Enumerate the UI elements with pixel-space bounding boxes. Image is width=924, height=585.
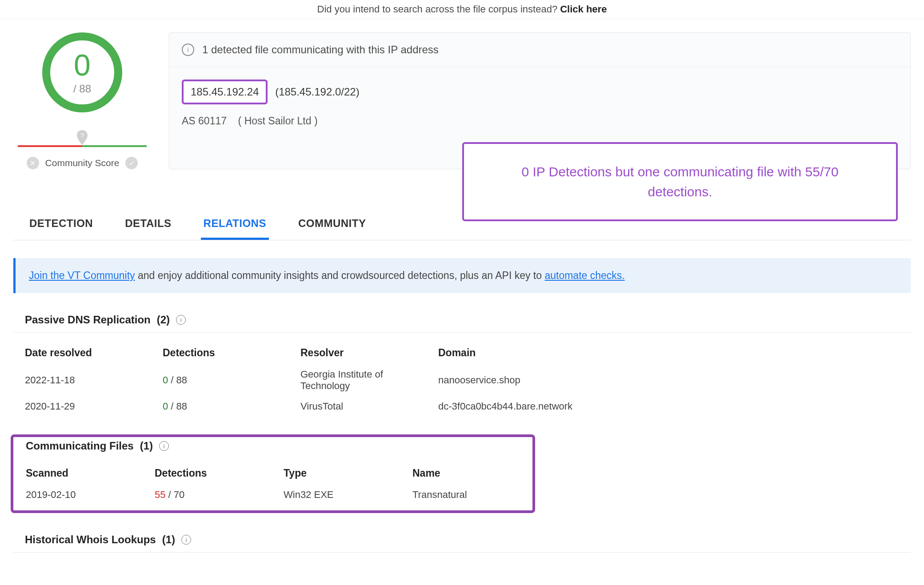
- comm-det-den: / 70: [165, 489, 184, 500]
- ip-asn: AS 60117: [182, 115, 227, 127]
- dns-h-domain: Domain: [438, 347, 911, 359]
- community-marker-icon: ?: [76, 130, 89, 146]
- top-banner: Did you intend to search across the file…: [0, 0, 924, 19]
- comm-files-section-title: Communicating Files (1) i: [13, 440, 532, 458]
- info-icon: i: [182, 44, 194, 56]
- tab-relations[interactable]: RELATIONS: [201, 209, 269, 240]
- dns-det-num: 0: [163, 401, 168, 412]
- info-alert-text: 1 detected file communicating with this …: [202, 44, 439, 56]
- communicating-files-highlight: Communicating Files (1) i Scanned Detect…: [11, 434, 535, 513]
- comm-h-type: Type: [284, 467, 412, 479]
- dns-h-date: Date resolved: [25, 347, 163, 359]
- automate-checks-link[interactable]: automate checks.: [544, 270, 624, 281]
- score-column: 0 / 88 ? ✕ Community Score ✓: [13, 32, 151, 169]
- score-circle: 0 / 88: [42, 32, 122, 112]
- info-alert: i 1 detected file communicating with thi…: [169, 33, 910, 67]
- promo-banner: Join the VT Community and enjoy addition…: [13, 258, 911, 293]
- comm-name: Transnatural: [412, 489, 541, 501]
- comm-count: (1): [140, 440, 153, 452]
- banner-click-link[interactable]: Click here: [560, 4, 607, 15]
- comm-table: Scanned Detections Type Name 2019-02-10 …: [13, 458, 532, 504]
- ip-org: ( Host Sailor Ltd ): [238, 115, 318, 127]
- comm-det-num: 55: [155, 489, 165, 500]
- annotation-box: 0 IP Detections but one communicating fi…: [462, 142, 898, 221]
- dns-date: 2020-11-29: [25, 401, 163, 412]
- info-icon[interactable]: i: [159, 441, 169, 451]
- dns-count: (2): [157, 314, 170, 326]
- join-community-link[interactable]: Join the VT Community: [29, 270, 135, 281]
- dns-h-det: Detections: [163, 347, 300, 359]
- dns-resolver: Georgia Institute of Technology: [300, 369, 416, 392]
- comm-scanned: 2019-02-10: [26, 489, 155, 501]
- ip-address-highlight: 185.45.192.24: [182, 80, 268, 104]
- score-numerator: 0: [74, 50, 91, 80]
- dns-table: Date resolved Detections Resolver Domain…: [13, 333, 911, 417]
- dns-row[interactable]: 2020-11-29 0 / 88 VirusTotal dc-3f0ca0bc…: [25, 396, 911, 417]
- info-icon[interactable]: i: [176, 315, 186, 325]
- banner-text: Did you intend to search across the file…: [317, 4, 560, 15]
- community-score-row: ✕ Community Score ✓: [13, 157, 151, 169]
- check-icon[interactable]: ✓: [125, 157, 138, 169]
- tab-details[interactable]: DETAILS: [122, 209, 174, 240]
- whois-title: Historical Whois Lookups: [25, 533, 156, 546]
- dns-title: Passive DNS Replication: [25, 314, 151, 326]
- dns-h-resolver: Resolver: [300, 347, 438, 359]
- comm-table-header: Scanned Detections Type Name: [26, 461, 532, 486]
- comm-title: Communicating Files: [26, 440, 134, 452]
- ip-block: 185.45.192.24 (185.45.192.0/22) AS 60117…: [169, 67, 910, 127]
- whois-count: (1): [162, 533, 175, 546]
- promo-middle: and enjoy additional community insights …: [135, 270, 545, 281]
- dns-domain: dc-3f0ca0bc4b44.bare.network: [438, 401, 911, 412]
- tab-detection[interactable]: DETECTION: [27, 209, 96, 240]
- comm-h-name: Name: [412, 467, 541, 479]
- dns-date: 2022-11-18: [25, 374, 163, 386]
- comm-type: Win32 EXE: [284, 489, 412, 501]
- info-icon[interactable]: i: [181, 535, 191, 545]
- dns-row[interactable]: 2022-11-18 0 / 88 Georgia Institute of T…: [25, 364, 911, 396]
- comm-h-det: Detections: [155, 467, 284, 479]
- ip-cidr: (185.45.192.0/22): [275, 86, 359, 98]
- dns-det-den: / 88: [168, 374, 187, 386]
- dns-det-num: 0: [163, 374, 168, 386]
- community-label: Community Score: [45, 158, 120, 168]
- whois-section-title: Historical Whois Lookups (1) i: [13, 533, 911, 553]
- comm-h-scanned: Scanned: [26, 467, 155, 479]
- dns-det-den: / 88: [168, 401, 187, 412]
- comm-row[interactable]: 2019-02-10 55 / 70 Win32 EXE Transnatura…: [26, 486, 532, 504]
- dns-resolver: VirusTotal: [300, 401, 438, 412]
- tab-community[interactable]: COMMUNITY: [296, 209, 368, 240]
- dns-table-header: Date resolved Detections Resolver Domain: [25, 342, 911, 364]
- passive-dns-section-title: Passive DNS Replication (2) i: [13, 314, 911, 333]
- dns-domain: nanooservice.shop: [438, 374, 911, 386]
- svg-text:?: ?: [80, 132, 84, 139]
- x-icon[interactable]: ✕: [27, 157, 39, 169]
- score-denominator: / 88: [73, 83, 91, 95]
